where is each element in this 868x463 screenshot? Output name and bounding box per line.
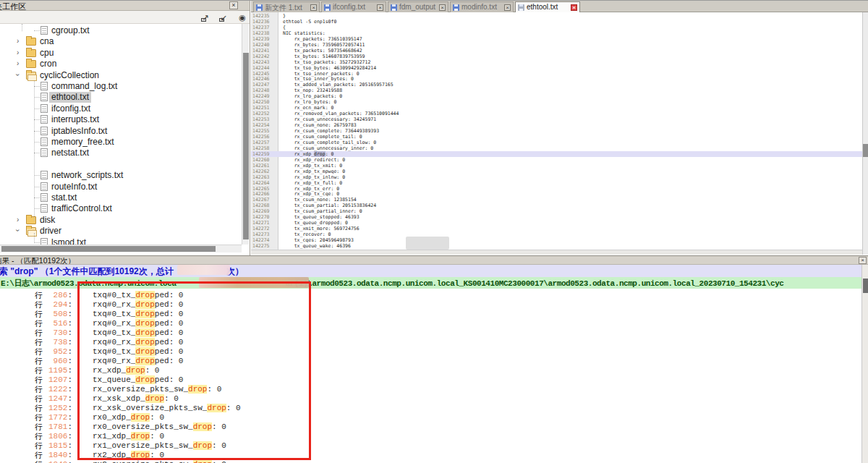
editor-line[interactable]: 142273 tx_recover: 0	[251, 232, 862, 237]
results-close-icon[interactable]: ×	[859, 257, 867, 264]
tab-fdm-output[interactable]: fdm_output×	[388, 1, 448, 12]
tree-item-netstat-txt[interactable]: netstat.txt	[0, 148, 242, 158]
collapse-all-icon[interactable]: ↙	[218, 12, 229, 22]
editor-line[interactable]: 142267 tx_csum_none: 12385154	[251, 197, 862, 203]
editor-line[interactable]: 142268 tx_csum_partial: 205153836424	[251, 203, 862, 208]
workspace-titlebar: 夹工作区 ×	[0, 1, 250, 11]
chevron-right-icon[interactable]: ›	[17, 59, 19, 67]
editor-line[interactable]: 142250 rx_lro_bytes: 0	[251, 99, 862, 105]
tree-item-command-log-txt[interactable]: command_log.txt	[0, 81, 242, 92]
locate-file-icon[interactable]: ◉	[237, 12, 248, 22]
tab--1-txt[interactable]: 新文件 1.txt×	[253, 1, 320, 12]
result-row[interactable]: 行1849:rx2_oversize_pkts_sw_drop: 0	[0, 460, 868, 463]
tree-item-memory-free-txt[interactable]: memory_free.txt	[0, 137, 242, 148]
editor-line[interactable]: 142271 tx_queue_dropped: 0	[251, 220, 862, 226]
editor-line[interactable]: 142261 rx_xdp_tx_xmit: 0	[251, 163, 862, 169]
tree-item-disk[interactable]: ›disk	[0, 215, 242, 226]
editor-line[interactable]: 142265 rx_xdp_tx_err: 0	[251, 186, 862, 192]
editor-line[interactable]: 142249 rx_lro_packets: 0	[251, 93, 862, 99]
tree-item-cpu[interactable]: ›cpu	[0, 48, 242, 59]
editor-body[interactable]: 142235}142236ethtool -S enp1s0f0142237{1…	[251, 12, 862, 250]
editor-line[interactable]: 142251 rx_ecn_mark: 0	[251, 105, 862, 111]
line-number: 142263	[252, 174, 277, 180]
editor-line[interactable]: 142266 rx_xdp_tx_cqe: 0	[251, 191, 862, 197]
tree-item-cgroup-txt[interactable]: cgroup.txt	[0, 25, 242, 36]
result-line-number: 738:	[29, 338, 72, 347]
editor-line[interactable]: 142236ethtool -S enp1s0f0	[251, 19, 862, 25]
tab-close-icon[interactable]: ×	[504, 4, 511, 11]
tree-vertical-scrollbar[interactable]	[242, 24, 249, 245]
editor-line[interactable]: 142237{	[251, 25, 862, 30]
editor-line[interactable]: 142244 tx_tso_bytes: 463099429284214	[251, 65, 862, 71]
tab-ifconfig-txt[interactable]: ifconfig.txt×	[321, 1, 386, 12]
editor-line[interactable]: 142259 rx_xdp_drop: 0	[251, 151, 862, 157]
chevron-right-icon[interactable]: ›	[17, 48, 19, 56]
editor-line[interactable]: 142269 tx_csum_partial_inner: 0	[251, 208, 862, 214]
tree-vscroll-thumb[interactable]	[243, 53, 249, 239]
tree-item-lsmod-txt[interactable]: lsmod.txt	[0, 237, 242, 245]
editor-line[interactable]: 142272 tx_xmit_more: 569724756	[251, 226, 862, 232]
editor-line[interactable]: 142248 tx_nop: 232419588	[251, 88, 862, 93]
tree-item-trafficcontrol-txt[interactable]: trafficControl.txt	[0, 203, 242, 214]
tree-hscroll-thumb[interactable]	[1, 246, 216, 252]
tab-close-icon[interactable]: ×	[310, 4, 317, 11]
editor-line[interactable]: 142241 tx_packets: 507354668642	[251, 48, 862, 54]
editor-line[interactable]: 142242 tx_bytes: 514607839753959	[251, 54, 862, 59]
editor-line[interactable]: 142238NIC statistics:	[251, 30, 862, 36]
editor-line[interactable]: 142258 rx_csum_unnecessary_inner: 0	[251, 145, 862, 151]
result-text: rx2_oversize_pkts_sw_drop: 0	[93, 460, 226, 463]
tree-item-cna[interactable]: ›cna	[0, 36, 242, 47]
editor-panel: 新文件 1.txt×ifconfig.txt×fdm_output×modinf…	[251, 1, 868, 255]
tab-close-icon[interactable]: ×	[439, 4, 446, 11]
editor-line[interactable]: 142254 rx_csum_none: 26759783	[251, 122, 862, 128]
editor-line[interactable]: 142270 tx_queue_stopped: 46393	[251, 214, 862, 220]
tree-item-routeinfo-txt[interactable]: routeInfo.txt	[0, 182, 242, 192]
editor-line[interactable]: 142264 rx_xdp_tx_full: 0	[251, 180, 862, 186]
editor-line[interactable]: 142253 rx_csum_unnecessary: 34245971	[251, 116, 862, 122]
editor-line[interactable]: 142243 tx_tso_packets: 35272932712	[251, 59, 862, 65]
tree-item-cron[interactable]: ›cron	[0, 59, 242, 69]
tree-item-interrupts-txt[interactable]: interrupts.txt	[0, 114, 242, 125]
editor-line[interactable]: 142260 rx_xdp_redirect: 0	[251, 157, 862, 163]
editor-line[interactable]: 142240 rx_bytes: 735960572057411	[251, 42, 862, 48]
tab-close-icon[interactable]: ×	[571, 4, 577, 11]
chevron-down-icon[interactable]: ›	[14, 229, 22, 232]
tree-item-label: cron	[38, 59, 59, 69]
editor-line[interactable]: 142247 tx_added_vlan_packets: 2051659571…	[251, 82, 862, 88]
results-vertical-scrollbar[interactable]	[861, 265, 868, 463]
editor-line[interactable]: 142257 rx_csum_complete_tail_slow: 0	[251, 140, 862, 145]
tree-item-iptablesinfo-txt[interactable]: iptablesInfo.txt	[0, 126, 242, 137]
tree-item-ethtool-txt[interactable]: ethtool.txt	[0, 92, 242, 103]
tree-horizontal-scrollbar[interactable]	[0, 245, 242, 252]
editor-line[interactable]: 142255 rx_csum_complete: 736449389393	[251, 128, 862, 134]
editor-line[interactable]: 142274 tx_cqes: 204596498793	[251, 237, 862, 243]
editor-line[interactable]: 142263 rx_xdp_tx_inlnw: 0	[251, 174, 862, 180]
editor-line[interactable]: 142235}	[251, 13, 862, 19]
editor-line[interactable]: 142239 rx_packets: 736510395147	[251, 36, 862, 42]
tree-item-network-scripts-txt[interactable]: network_scripts.txt	[0, 170, 242, 181]
editor-line[interactable]: 142245 tx_tso_inner_packets: 0	[251, 71, 862, 77]
tree-item-cycliccollection[interactable]: ›cyclicCollection	[0, 70, 242, 81]
editor-vertical-scrollbar[interactable]	[862, 12, 868, 255]
editor-line[interactable]: 142252 rx_removed_vlan_packets: 73651009…	[251, 111, 862, 116]
folder-icon	[26, 49, 36, 57]
expand-all-icon[interactable]: ↗	[200, 12, 211, 22]
tab-modinfo-txt[interactable]: modinfo.txt×	[450, 1, 514, 12]
tree-item-driver[interactable]: ›driver	[0, 226, 242, 237]
editor-line[interactable]: 142262 rx_xdp_tx_mpwqe: 0	[251, 169, 862, 174]
editor-line[interactable]: 142275 tx_queue_wake: 46396	[251, 243, 862, 249]
workspace-close-icon[interactable]: ×	[229, 1, 238, 9]
chevron-down-icon[interactable]: ›	[14, 73, 22, 75]
tree-item-stat-txt[interactable]: stat.txt	[0, 192, 242, 203]
tree-item-label: network_scripts.txt	[49, 170, 125, 181]
tab-close-icon[interactable]: ×	[377, 4, 383, 11]
chevron-right-icon[interactable]: ›	[17, 216, 19, 224]
results-vscroll-thumb[interactable]	[863, 279, 868, 293]
save-floppy-icon	[256, 4, 263, 11]
tab-ethtool-txt[interactable]: ethtool.txt×	[515, 1, 580, 12]
editor-line[interactable]: 142246 tx_tso_inner_bytes: 0	[251, 76, 862, 82]
chevron-right-icon[interactable]: ›	[17, 37, 19, 45]
tree-item-ifconfig-txt[interactable]: ifconfig.txt	[0, 103, 242, 114]
editor-line[interactable]: 142256 rx_csum_complete_tail: 0	[251, 134, 862, 140]
editor-vscroll-thumb[interactable]	[863, 144, 868, 157]
